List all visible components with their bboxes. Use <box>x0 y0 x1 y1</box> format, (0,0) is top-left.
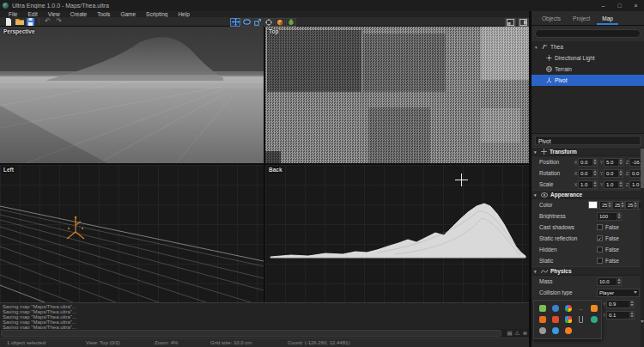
vertex-tool-button[interactable] <box>264 18 274 27</box>
menu-game[interactable]: Game <box>115 11 141 17</box>
rotation-x-field[interactable]: 0.0 <box>578 169 598 178</box>
spinner[interactable] <box>633 202 637 209</box>
section-transform[interactable]: ▾ Transform <box>532 147 644 156</box>
expander-icon[interactable]: ▾ <box>535 45 539 50</box>
menu-tools[interactable]: Tools <box>92 11 115 17</box>
spinner[interactable] <box>617 278 621 285</box>
menu-create[interactable]: Create <box>65 11 93 17</box>
section-appearance[interactable]: ▾ Appearance <box>532 190 644 199</box>
static-checkbox[interactable] <box>597 258 603 264</box>
tray-icon-browser[interactable] <box>562 302 574 314</box>
tree-item-terrain[interactable]: Terrain <box>532 64 644 75</box>
spinner[interactable] <box>617 213 621 220</box>
move-tool-button[interactable] <box>230 18 240 27</box>
save-icon <box>27 18 34 26</box>
error-icon[interactable]: ⊗ <box>521 329 529 338</box>
menu-file[interactable]: File <box>3 11 22 17</box>
open-button[interactable] <box>14 17 25 26</box>
color-g-field[interactable]: 255 <box>612 201 625 210</box>
menu-scripting[interactable]: Scripting <box>141 11 173 17</box>
color-b-field[interactable]: 255 <box>625 201 638 210</box>
search-input[interactable] <box>535 29 641 38</box>
spinner[interactable] <box>629 301 634 307</box>
tray-icon-ellipsis[interactable]: ‥ <box>574 302 587 314</box>
layout-single-button[interactable] <box>518 18 529 27</box>
tray-icon-blue-dot[interactable] <box>549 302 562 314</box>
minimize-button[interactable]: – <box>595 0 611 11</box>
paint-tool-button[interactable] <box>275 18 285 27</box>
close-button[interactable]: × <box>628 0 644 11</box>
viewport-top[interactable]: Top <box>265 27 529 163</box>
spinner[interactable] <box>618 159 623 166</box>
position-x-field[interactable]: 0.0 <box>578 158 598 167</box>
scale-x-field[interactable]: 1.0 <box>578 180 598 189</box>
scale-tool-button[interactable] <box>252 18 263 27</box>
tab-map[interactable]: Map <box>597 13 618 25</box>
tray-icon-multi-z[interactable] <box>562 314 574 325</box>
terrain-tile-light <box>481 108 520 143</box>
console-input[interactable] <box>1 330 501 337</box>
maximize-button[interactable]: □ <box>611 0 628 11</box>
tab-project[interactable]: Project <box>568 13 595 25</box>
menu-help[interactable]: Help <box>173 11 194 17</box>
tray-icon-flask[interactable] <box>574 314 587 325</box>
color-r-field[interactable]: 255 <box>599 201 612 210</box>
tree-item-directional-light[interactable]: Directional Light <box>532 52 644 64</box>
spinner[interactable] <box>629 312 634 319</box>
vegetation-tool-button[interactable] <box>286 18 296 27</box>
brightness-field[interactable]: 100 <box>597 212 622 221</box>
menu-edit[interactable]: Edit <box>22 11 42 17</box>
cast-shadows-checkbox[interactable] <box>597 224 603 230</box>
tray-icon-gear[interactable] <box>536 325 549 336</box>
panel-scrollbar[interactable] <box>641 147 644 347</box>
viewport-back[interactable]: Back <box>265 165 529 302</box>
mass-field[interactable]: 10.0 <box>597 277 622 286</box>
friction-y-field[interactable]: 0.9 <box>606 300 635 308</box>
entity-name-field[interactable]: Pivot <box>535 136 641 145</box>
tray-icon-orange-app[interactable] <box>536 314 549 325</box>
undo-button[interactable]: ↶ <box>42 17 53 26</box>
spinner[interactable] <box>618 181 623 188</box>
tray-icon-teal-circle[interactable] <box>587 314 600 325</box>
viewport-perspective[interactable]: Perspective <box>0 27 264 163</box>
rotate-tool-button[interactable] <box>241 18 252 27</box>
redo-button[interactable]: ↷ <box>53 17 64 26</box>
scale-y-field[interactable]: 1.0 <box>604 180 623 189</box>
tab-objects[interactable]: Objects <box>537 13 566 25</box>
static-reflection-checkbox[interactable] <box>597 235 603 241</box>
warning-icon[interactable]: ⚠ <box>513 329 521 338</box>
tree-item-root[interactable]: ▾ Thea <box>532 41 644 52</box>
spinner[interactable] <box>592 159 597 166</box>
section-physics[interactable]: ▾ Physics <box>532 266 644 276</box>
tree-item-pivot[interactable]: Pivot <box>532 75 644 86</box>
position-y-field[interactable]: 5.0 <box>604 158 623 167</box>
save-button[interactable] <box>25 17 36 26</box>
scrollbar-thumb[interactable] <box>641 149 644 188</box>
spinner[interactable] <box>592 170 597 177</box>
vertex-tool-icon <box>265 19 272 26</box>
tray-icon-green-app[interactable] <box>536 302 549 314</box>
spinner[interactable] <box>620 202 624 209</box>
spinner[interactable] <box>592 181 597 188</box>
tray-grid: ‥ <box>534 301 601 336</box>
collision-type-select[interactable]: Player <box>597 289 640 297</box>
physics-extra-y-field[interactable]: 0.1 <box>606 311 635 320</box>
console-log-icon[interactable]: ▤ <box>506 329 513 338</box>
position-row: Position X 0.0 Y 5.0 Z -16.0 <box>532 156 644 167</box>
new-file-button[interactable] <box>3 17 14 26</box>
tray-icon-blue-swirl[interactable] <box>549 325 562 336</box>
scrollbar-down-arrow[interactable] <box>641 320 644 323</box>
color-swatch[interactable] <box>588 201 598 209</box>
tray-icon-orange-square[interactable] <box>587 302 600 314</box>
spinner[interactable] <box>607 202 611 209</box>
layout-quad-button[interactable] <box>505 18 516 27</box>
collapse-icon: ▾ <box>534 149 538 155</box>
rotation-y-field[interactable]: 0.0 <box>604 169 623 178</box>
viewport-left[interactable]: Left <box>0 165 264 302</box>
tray-icon-orange-circle[interactable] <box>562 325 574 336</box>
menu-view[interactable]: View <box>43 11 65 17</box>
tray-icon-red-square[interactable] <box>549 314 562 325</box>
hidden-checkbox[interactable] <box>597 247 603 253</box>
collapse-icon: ▾ <box>534 192 538 198</box>
spinner[interactable] <box>618 170 623 177</box>
